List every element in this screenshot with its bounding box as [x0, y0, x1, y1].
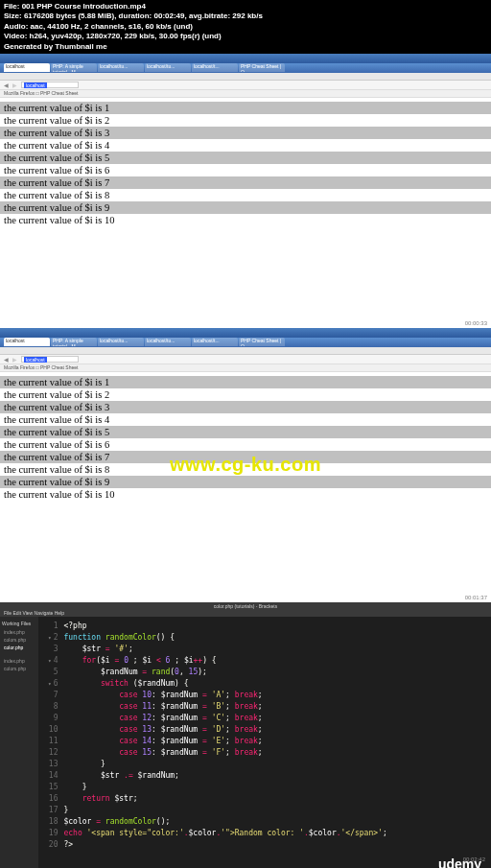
- output-row: the current value of $i is 9: [0, 201, 491, 214]
- sidebar-file[interactable]: index.php: [2, 628, 36, 636]
- browser-toolbar: [0, 347, 491, 355]
- address-bar[interactable]: ◀ ▶ localhost: [0, 355, 491, 364]
- browser-tab[interactable]: PHP: A simple tutorial - M...: [51, 63, 97, 72]
- thumbnail-timestamp: 00:00:33: [465, 320, 487, 326]
- code-editor[interactable]: 1▾23▾45▾67891011121314151617181920 <?php…: [38, 617, 491, 868]
- meta-size: Size: 6176208 bytes (5.88 MiB), duration…: [4, 12, 487, 21]
- browser-toolbar: [0, 73, 491, 81]
- url-input[interactable]: localhost: [21, 82, 79, 88]
- bookmarks-bar[interactable]: Mozilla Firefox □ PHP Cheat Sheet: [0, 364, 491, 372]
- udemy-logo: udemy: [438, 856, 481, 868]
- nav-forward-icon[interactable]: ▶: [12, 356, 17, 363]
- output-row: the current value of $i is 9: [0, 476, 491, 488]
- browser-tab[interactable]: localhost/tu...: [98, 63, 144, 72]
- output-row: the current value of $i is 10: [0, 214, 491, 226]
- browser-frame-1: localhostPHP: A simple tutorial - M...lo…: [0, 54, 491, 328]
- browser-tab[interactable]: localhost/tu...: [98, 338, 144, 346]
- browser-tab[interactable]: localhost/tu...: [145, 63, 191, 72]
- output-row: the current value of $i is 3: [0, 127, 491, 139]
- video-metadata: File: 001 PHP Course Introduction.mp4 Si…: [0, 0, 491, 54]
- meta-file: File: 001 PHP Course Introduction.mp4: [4, 2, 487, 12]
- meta-generated: Generated by Thumbnail me: [4, 42, 487, 52]
- browser-tab[interactable]: localhost: [4, 63, 50, 72]
- page-content-1: the current value of $i is 1the current …: [0, 98, 491, 328]
- sidebar-file[interactable]: colors.php: [2, 665, 36, 672]
- code-content[interactable]: <?phpfunction randomColor() { $str = '#'…: [63, 617, 386, 868]
- tab-strip: localhostPHP: A simple tutorial - M...lo…: [0, 338, 491, 347]
- output-row: the current value of $i is 6: [0, 164, 491, 176]
- editor-menubar[interactable]: File Edit View Navigate Help: [0, 610, 491, 617]
- output-row: the current value of $i is 8: [0, 463, 491, 476]
- address-bar[interactable]: ◀ ▶ localhost: [0, 81, 491, 90]
- thumbnail-timestamp: 00:01:37: [465, 595, 487, 600]
- window-titlebar: [0, 54, 491, 63]
- output-row: the current value of $i is 5: [0, 152, 491, 164]
- editor-titlebar: color.php (tutorials) - Brackets: [0, 602, 491, 610]
- nav-back-icon[interactable]: ◀: [4, 356, 9, 363]
- output-row: the current value of $i is 2: [0, 388, 491, 401]
- browser-tab[interactable]: localhost/t...: [192, 338, 238, 346]
- bookmarks-bar[interactable]: Mozilla Firefox □ PHP Cheat Sheet: [0, 90, 491, 98]
- sidebar-file[interactable]: index.php: [2, 657, 36, 665]
- browser-tab[interactable]: localhost/tu...: [145, 338, 191, 346]
- output-row: the current value of $i is 4: [0, 413, 491, 426]
- output-row: the current value of $i is 10: [0, 488, 491, 501]
- output-row: the current value of $i is 1: [0, 102, 491, 114]
- browser-frame-2: localhostPHP: A simple tutorial - M...lo…: [0, 328, 491, 602]
- code-editor-frame: color.php (tutorials) - Brackets File Ed…: [0, 602, 491, 868]
- meta-video: Video: h264, yuv420p, 1280x720, 229 kb/s…: [4, 32, 487, 41]
- output-row: the current value of $i is 4: [0, 139, 491, 152]
- output-row: the current value of $i is 1: [0, 376, 491, 388]
- page-content-2: the current value of $i is 1the current …: [0, 372, 491, 602]
- browser-tab[interactable]: PHP Cheat Sheet | O...: [239, 338, 285, 346]
- output-row: the current value of $i is 7: [0, 451, 491, 463]
- output-row: the current value of $i is 6: [0, 438, 491, 451]
- sidebar-header: Working Files: [2, 621, 36, 626]
- browser-tab[interactable]: localhost/t...: [192, 63, 238, 72]
- nav-back-icon[interactable]: ◀: [4, 82, 9, 88]
- nav-forward-icon[interactable]: ▶: [12, 82, 17, 88]
- output-row: the current value of $i is 5: [0, 426, 491, 438]
- output-row: the current value of $i is 7: [0, 176, 491, 189]
- window-titlebar: [0, 328, 491, 338]
- editor-sidebar: Working Files index.phpcolors.phpcolor.p…: [0, 617, 38, 868]
- sidebar-file[interactable]: color.php: [2, 644, 36, 651]
- browser-tab[interactable]: PHP Cheat Sheet | O...: [239, 63, 285, 72]
- browser-tab[interactable]: localhost: [4, 338, 50, 346]
- tab-strip: localhostPHP: A simple tutorial - M...lo…: [0, 63, 491, 73]
- output-row: the current value of $i is 8: [0, 189, 491, 201]
- url-input[interactable]: localhost: [21, 356, 79, 363]
- output-row: the current value of $i is 3: [0, 401, 491, 413]
- meta-audio: Audio: aac, 44100 Hz, 2 channels, s16, 6…: [4, 22, 487, 32]
- output-row: the current value of $i is 2: [0, 114, 491, 127]
- sidebar-file[interactable]: colors.php: [2, 636, 36, 644]
- browser-tab[interactable]: PHP: A simple tutorial - M...: [51, 338, 97, 346]
- line-gutter: 1▾23▾45▾67891011121314151617181920: [38, 617, 63, 868]
